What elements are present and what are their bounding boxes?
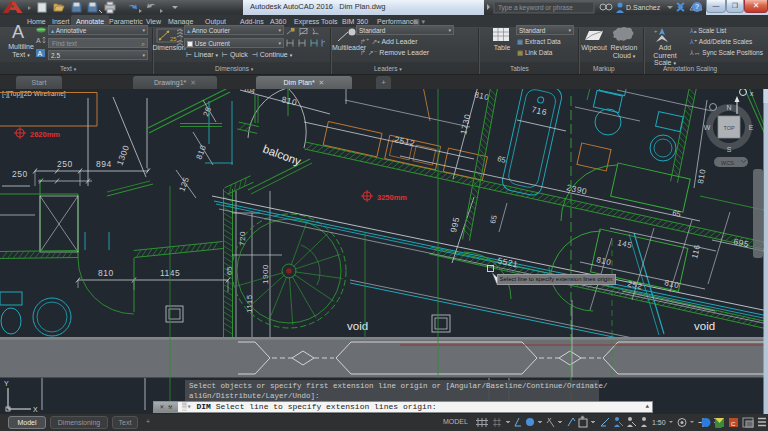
svg-text:716: 716	[531, 104, 548, 117]
svg-text:D.Sanchez: D.Sanchez	[626, 4, 661, 11]
svg-text:65: 65	[672, 208, 682, 219]
svg-text:3250mm: 3250mm	[377, 193, 407, 202]
svg-text:E: E	[749, 124, 754, 131]
svg-text:2620mm: 2620mm	[30, 130, 60, 139]
svg-text:810: 810	[696, 168, 707, 184]
svg-text:+: +	[581, 414, 584, 420]
svg-text:W: W	[704, 124, 711, 131]
svg-text:65: 65	[225, 267, 234, 275]
svg-text:TOP: TOP	[723, 125, 735, 131]
svg-text:995: 995	[448, 216, 461, 234]
svg-text:810: 810	[98, 268, 114, 278]
svg-text:145: 145	[617, 238, 633, 250]
svg-text:810: 810	[281, 94, 299, 107]
svg-text:250: 250	[12, 169, 28, 179]
svg-text:250: 250	[57, 159, 73, 169]
svg-text:WCS: WCS	[721, 160, 734, 166]
svg-text:1:50: 1:50	[652, 419, 666, 426]
svg-text:X: X	[33, 406, 38, 413]
svg-text:1300: 1300	[115, 144, 132, 167]
svg-text:balcony: balcony	[261, 143, 303, 168]
svg-text:5521: 5521	[497, 255, 520, 269]
svg-text:+: +	[654, 28, 658, 34]
svg-text:C: C	[731, 421, 736, 427]
svg-text:2512: 2512	[394, 134, 417, 148]
svg-text:void: void	[694, 320, 715, 332]
svg-text:1900: 1900	[261, 264, 270, 284]
svg-text:Y: Y	[4, 380, 9, 387]
svg-text:A: A	[36, 37, 41, 44]
svg-text:S: S	[727, 146, 732, 153]
svg-text:125: 125	[177, 176, 191, 193]
svg-text:894: 894	[96, 159, 112, 169]
svg-text:[-][Top][2D Wireframe]: [-][Top][2D Wireframe]	[2, 90, 66, 98]
svg-text:252: 252	[627, 279, 643, 291]
svg-text:Type a keyword or phrase: Type a keyword or phrase	[498, 4, 573, 12]
svg-text:65: 65	[497, 154, 507, 165]
svg-text:65: 65	[488, 214, 499, 224]
svg-text:A: A	[38, 50, 43, 57]
svg-text:N: N	[726, 104, 731, 111]
svg-text:x: x	[750, 90, 754, 97]
